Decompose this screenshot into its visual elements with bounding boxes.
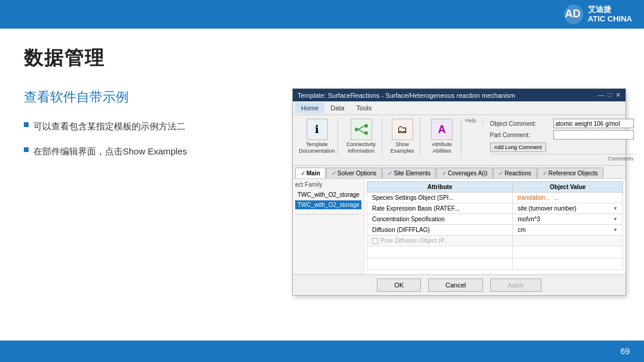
row4-value[interactable]: cm ▼ (513, 225, 623, 236)
sw-body: ect Family TWC_with_O2_storage TWC_with_… (293, 179, 626, 274)
row2-arrow: ▼ (613, 206, 618, 211)
logo-area: AD 艾迪捷 ATIC CHINA (563, 4, 632, 25)
sw-title: Template: SurfaceReactions - Surface/Het… (298, 92, 515, 99)
table-row-grayed: Pore Diffusion Object (P... (367, 236, 623, 246)
toolbar-show-examples: 🗂 ShowExamples (385, 117, 420, 156)
sw-toolbar: ℹ TemplateDocumentation ConnectivityInfo… (293, 115, 626, 166)
tab-react-check: ✓ (499, 170, 503, 177)
tab-react-label: Reactions (504, 170, 531, 177)
show-examples-label: ShowExamples (391, 141, 414, 154)
toolbar-template-doc: ℹ TemplateDocumentation (296, 117, 338, 156)
svg-point-2 (355, 128, 358, 131)
tab-cov-check: ✓ (442, 170, 447, 177)
tab-main-check: ✓ (301, 170, 305, 177)
ok-button[interactable]: OK (377, 279, 421, 292)
minimize-icon[interactable]: — (597, 91, 604, 99)
sw-tabs: ✓ Main ✓ Solver Options ✓ Site Elements … (293, 166, 626, 179)
toolbar-connectivity: ConnectivityInformation (340, 117, 382, 156)
bullet-text-2: 在部件编辑界面，点击Show Examples (33, 144, 187, 159)
row2-attr: Rate Expression Basis (RATEF... (367, 203, 513, 214)
toolbar-attribute-abilities: A Attribute Abilities (423, 117, 462, 156)
menu-data[interactable]: Data (324, 103, 350, 113)
comments-section-label: Comments (490, 154, 634, 162)
tab-coverages[interactable]: ✓ Coverages A(i) (436, 168, 493, 178)
content-layout: 查看软件自带示例 可以查看包含某指定模板的示例方法二 在部件编辑界面，点击Sho… (24, 88, 620, 296)
tab-solver-check: ✓ (332, 170, 336, 177)
left-panel: 查看软件自带示例 可以查看包含某指定模板的示例方法二 在部件编辑界面，点击Sho… (24, 88, 274, 169)
menu-home[interactable]: Home (295, 103, 324, 113)
svg-line-6 (358, 129, 364, 133)
logo-text: 艾迪捷 ATIC CHINA (588, 5, 632, 23)
tab-site-elements[interactable]: ✓ Site Elements (382, 168, 436, 178)
tab-ref-check: ✓ (543, 170, 547, 177)
row3-value[interactable]: mol\m^3 ▼ (513, 214, 623, 225)
maximize-icon[interactable]: □ (608, 91, 612, 99)
tab-solver-options[interactable]: ✓ Solver Options (326, 168, 382, 178)
part-comment-label: Part Comment: (490, 132, 550, 138)
bottom-bar: 69 (0, 341, 644, 362)
template-doc-label: TemplateDocumentation (299, 141, 335, 154)
svg-point-4 (364, 131, 368, 135)
sw-titlebar-controls[interactable]: — □ ✕ (597, 91, 621, 99)
row1-btn[interactable]: ... (555, 194, 559, 201)
sidebar-item-2[interactable]: TWC_with_O2_storage (295, 200, 361, 209)
table-row: Diffusion (DIFFFLAG) cm ▼ (367, 225, 623, 236)
connectivity-icon[interactable] (351, 119, 372, 140)
help-label: Help (465, 117, 476, 123)
software-window: Template: SurfaceReactions - Surface/Het… (292, 88, 626, 296)
tab-reference-objects[interactable]: ✓ Reference Objects (537, 168, 603, 178)
add-long-comment-btn[interactable]: Add Long Comment (490, 143, 546, 152)
row2-value[interactable]: site (turnover number) ▼ (513, 203, 623, 214)
sidebar-item-1[interactable]: TWC_with_O2_storage (295, 190, 361, 199)
main-content: 数据管理 查看软件自带示例 可以查看包含某指定模板的示例方法二 在部件编辑界面，… (0, 29, 644, 341)
tab-solver-label: Solver Options (338, 170, 377, 177)
object-comment-label: Object Comment: (490, 120, 550, 127)
sw-footer: OK Cancel Apply (293, 274, 626, 295)
bullet-icon (24, 122, 29, 127)
table-row-empty (367, 246, 623, 258)
add-long-comment-row: Add Long Comment (490, 143, 634, 152)
part-comment-input[interactable] (553, 130, 634, 140)
row4-arrow: ▼ (613, 227, 618, 233)
tab-cov-label: Coverages A(i) (448, 170, 487, 177)
section-title: 查看软件自带示例 (24, 88, 274, 106)
svg-line-5 (358, 126, 364, 129)
row1-value[interactable]: translation... ... (513, 193, 623, 203)
template-doc-icon[interactable]: ℹ (306, 119, 328, 140)
close-icon[interactable]: ✕ (615, 91, 621, 99)
attribute-abilities-label: Attribute Abilities (428, 141, 456, 154)
show-examples-icon[interactable]: 🗂 (392, 119, 413, 140)
tab-main-label: Main (306, 170, 320, 177)
logo-icon: AD (563, 4, 584, 25)
bullet-icon (24, 147, 29, 152)
table-row: Species Settings Object (SPI... translat… (367, 193, 623, 203)
row5-checkbox[interactable] (372, 238, 378, 244)
part-comment-row: Part Comment: (490, 130, 634, 140)
object-comment-input[interactable] (553, 119, 634, 128)
tab-main[interactable]: ✓ Main (295, 168, 326, 178)
svg-point-3 (364, 124, 368, 128)
tab-site-label: Site Elements (394, 170, 431, 177)
sw-data-table: Attribute Object Value Species Settings … (367, 181, 623, 270)
col-header-attribute: Attribute (367, 182, 513, 193)
col-header-value: Object Value (513, 182, 623, 193)
row5-attr: Pore Diffusion Object (P... (367, 236, 513, 246)
row5-value (513, 236, 623, 246)
table-row: Rate Expression Basis (RATEF... site (tu… (367, 203, 623, 214)
tab-reactions[interactable]: ✓ Reactions (493, 168, 536, 178)
table-row-empty (367, 258, 623, 270)
connectivity-label: ConnectivityInformation (346, 141, 376, 154)
bullet-text-1: 可以查看包含某指定模板的示例方法二 (33, 119, 185, 134)
attribute-abilities-icon[interactable]: A (431, 119, 453, 140)
apply-button[interactable]: Apply (490, 279, 541, 292)
row4-attr: Diffusion (DIFFFLAG) (367, 225, 513, 236)
cancel-button[interactable]: Cancel (428, 279, 483, 292)
comments-area: Object Comment: Part Comment: Add Long C… (485, 117, 639, 163)
tab-site-check: ✓ (388, 170, 392, 177)
svg-text:AD: AD (565, 8, 580, 20)
tab-ref-label: Reference Objects (549, 170, 598, 177)
object-comment-row: Object Comment: (490, 119, 634, 128)
row1-attr: Species Settings Object (SPI... (367, 193, 513, 203)
bullet-list: 可以查看包含某指定模板的示例方法二 在部件编辑界面，点击Show Example… (24, 119, 274, 159)
menu-tools[interactable]: Tools (351, 103, 378, 113)
